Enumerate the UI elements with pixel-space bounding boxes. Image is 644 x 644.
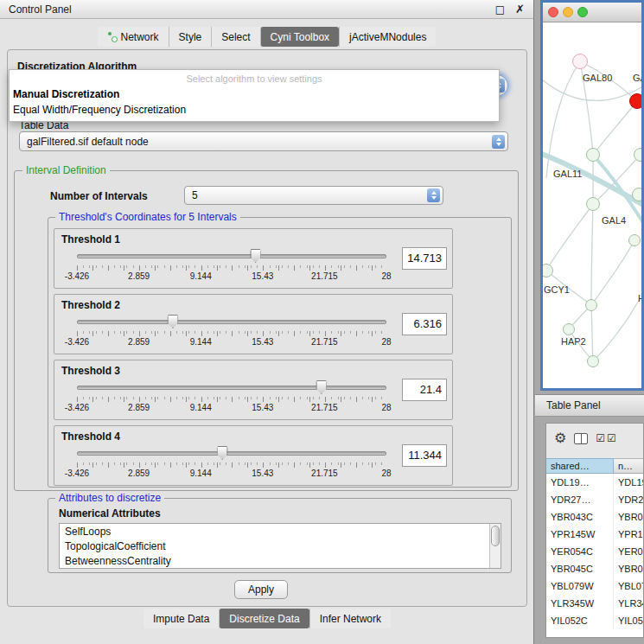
scale-label: 21.715 bbox=[311, 337, 338, 347]
algorithm-options: Manual DiscretizationEqual Width/Frequen… bbox=[10, 86, 499, 118]
slider-thumb[interactable] bbox=[250, 249, 261, 263]
tab-discretize-data[interactable]: Discretize Data bbox=[219, 609, 309, 628]
gear-icon[interactable]: ⚙ bbox=[554, 431, 566, 445]
slider-track[interactable] bbox=[77, 320, 386, 324]
tab-network[interactable]: Network bbox=[98, 27, 169, 47]
scale-label: 2.859 bbox=[128, 469, 150, 478]
table-row[interactable]: YLR345WYLR345W bbox=[546, 595, 643, 612]
table-panel-header[interactable]: Table Panel bbox=[535, 394, 644, 417]
network-view-window: GAL80GAGAL11GAL4GCY1HHAP2 bbox=[540, 0, 644, 391]
table-cell: YLR345W bbox=[546, 595, 614, 612]
table-cell: YBR045C bbox=[546, 560, 614, 577]
slider-ticks bbox=[77, 331, 387, 336]
checkbox-icon[interactable]: ☑ bbox=[596, 433, 605, 443]
threshold-value-box[interactable]: 6.316 bbox=[402, 313, 447, 335]
column-header[interactable]: shared… bbox=[546, 458, 614, 474]
scrollbar-thumb[interactable] bbox=[491, 526, 500, 546]
columns-icon[interactable] bbox=[574, 433, 588, 444]
algorithm-option[interactable]: Equal Width/Frequency Discretization bbox=[10, 102, 499, 118]
scale-label: 2.859 bbox=[128, 337, 150, 347]
network-node-green[interactable] bbox=[632, 188, 641, 201]
tab-impute-data[interactable]: Impute Data bbox=[143, 609, 219, 628]
list-item[interactable]: TopologicalCoefficient bbox=[60, 539, 501, 553]
close-window-button[interactable]: ✗ bbox=[515, 3, 525, 15]
threshold-slider[interactable] bbox=[77, 446, 386, 460]
tab-select[interactable]: Select bbox=[211, 27, 259, 47]
tab-label: Network bbox=[121, 31, 159, 43]
numerical-attributes-list[interactable]: SelfLoopsTopologicalCoefficientBetweenne… bbox=[59, 523, 501, 569]
tab-jactivemnodules[interactable]: jActiveMNodules bbox=[339, 27, 436, 47]
threshold-value-box[interactable]: 21.4 bbox=[402, 379, 447, 401]
table-cell: YER054C bbox=[614, 543, 643, 560]
network-node-green[interactable] bbox=[543, 264, 553, 277]
threshold-slider[interactable] bbox=[77, 315, 386, 328]
threshold-value-box[interactable]: 14.713 bbox=[402, 247, 447, 270]
table-cell: YBR045C bbox=[614, 560, 643, 577]
tab-label: jActiveMNodules bbox=[349, 31, 426, 43]
number-of-intervals-combobox[interactable]: 5 bbox=[184, 186, 443, 205]
scale-label: 21.715 bbox=[311, 469, 338, 478]
network-nodes-layer: GAL80GAGAL11GAL4GCY1HHAP2 bbox=[543, 22, 641, 388]
checkbox-group: ☑☑ bbox=[596, 433, 616, 443]
float-window-button[interactable]: □ bbox=[495, 4, 505, 15]
slider-track[interactable] bbox=[77, 451, 386, 456]
node-label: HAP2 bbox=[561, 336, 586, 347]
apply-button[interactable]: Apply bbox=[234, 580, 288, 599]
network-node-green[interactable] bbox=[563, 323, 575, 335]
network-node-pink[interactable] bbox=[572, 54, 588, 69]
column-header[interactable]: n… bbox=[614, 458, 643, 474]
attributes-group-title: Attributes to discretize bbox=[55, 492, 164, 504]
algorithm-dropdown-popup: Select algorithm to view settings Manual… bbox=[9, 69, 500, 122]
threshold-slider[interactable] bbox=[77, 380, 386, 394]
tab-cyni-toolbox[interactable]: Cyni Toolbox bbox=[260, 27, 339, 47]
scale-label: 28 bbox=[381, 271, 391, 281]
slider-thumb[interactable] bbox=[316, 380, 327, 394]
tab-infer-network[interactable]: Infer Network bbox=[309, 609, 391, 628]
network-window-titlebar[interactable] bbox=[543, 3, 641, 22]
table-row[interactable]: YBR045CYBR045C bbox=[546, 560, 643, 577]
node-label: GAL11 bbox=[553, 169, 582, 179]
threshold-value-box[interactable]: 11.344 bbox=[402, 444, 447, 467]
network-node-green[interactable] bbox=[628, 234, 641, 246]
node-label: GAL80 bbox=[583, 73, 612, 83]
zoom-traffic-light-icon[interactable] bbox=[577, 7, 588, 17]
slider-track[interactable] bbox=[77, 254, 386, 258]
table-data-combobox[interactable]: galFiltered.sif default node bbox=[19, 131, 508, 151]
table-row[interactable]: YER054CYER054C bbox=[546, 543, 643, 560]
tab-style[interactable]: Style bbox=[169, 27, 212, 47]
table-row[interactable]: YPR145WYPR145W bbox=[546, 526, 643, 543]
network-canvas[interactable]: GAL80GAGAL11GAL4GCY1HHAP2 bbox=[543, 22, 641, 388]
scale-label: 2.859 bbox=[128, 403, 150, 412]
threshold-slider[interactable] bbox=[77, 249, 386, 263]
scale-label: 9.144 bbox=[190, 469, 212, 478]
slider-thumb[interactable] bbox=[167, 315, 178, 328]
network-node-green[interactable] bbox=[587, 355, 599, 367]
table-row[interactable]: YDR27…YDR27 bbox=[546, 491, 643, 508]
network-node-green[interactable] bbox=[586, 197, 600, 211]
checkbox-icon[interactable]: ☑ bbox=[607, 433, 616, 443]
network-node-green[interactable] bbox=[586, 148, 600, 162]
attributes-items: SelfLoopsTopologicalCoefficientBetweenne… bbox=[60, 524, 501, 568]
table-row[interactable]: YIL052CYIL052C bbox=[546, 612, 643, 629]
table-row[interactable]: YDL19…YDL19 bbox=[546, 474, 643, 491]
network-node-green[interactable] bbox=[585, 299, 597, 311]
table-row[interactable]: YBR043CYBR043C bbox=[546, 508, 643, 526]
close-traffic-light-icon[interactable] bbox=[548, 7, 558, 17]
network-node-red[interactable] bbox=[629, 93, 641, 109]
list-scrollbar[interactable] bbox=[489, 524, 501, 568]
table-cell: YIL052C bbox=[546, 612, 614, 629]
minimize-traffic-light-icon[interactable] bbox=[563, 7, 573, 17]
table-row[interactable]: YBL079WYBL079W bbox=[546, 577, 643, 595]
slider-thumb[interactable] bbox=[217, 446, 228, 460]
list-item[interactable]: SelfLoops bbox=[60, 524, 501, 539]
thresholds-container: Threshold 1-3.4262.8599.14415.4321.71528… bbox=[54, 228, 453, 486]
slider-track[interactable] bbox=[77, 386, 386, 390]
slider-ticks bbox=[77, 462, 387, 468]
threshold-label: Threshold 3 bbox=[61, 365, 120, 377]
algorithm-option[interactable]: Manual Discretization bbox=[10, 86, 499, 102]
table-cell: YBL079W bbox=[546, 577, 614, 595]
list-item[interactable]: BetweennessCentrality bbox=[60, 553, 501, 568]
stepper-icon bbox=[427, 188, 440, 202]
network-node-green[interactable] bbox=[634, 148, 641, 162]
node-label: GAL4 bbox=[602, 215, 626, 226]
